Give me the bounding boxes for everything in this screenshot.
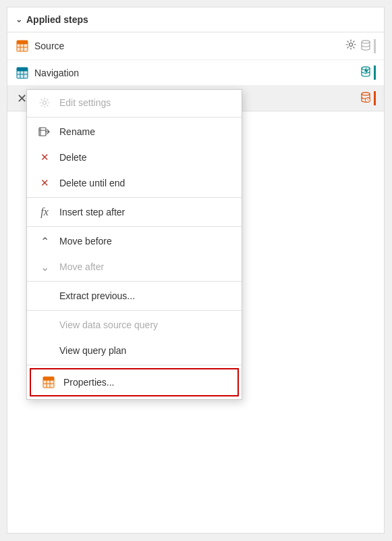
ctx-move-before[interactable]: ⌃ Move before — [27, 228, 242, 254]
ctx-fx-icon: fx — [38, 205, 51, 219]
ctx-chevron-up-icon: ⌃ — [38, 234, 51, 248]
ctx-properties[interactable]: Properties... — [30, 368, 239, 396]
ctx-delete-icon: ✕ — [38, 151, 51, 164]
ctx-rename-label: Rename — [59, 126, 95, 137]
navigation-label: Navigation — [34, 68, 355, 78]
ctx-view-data-source-query[interactable]: View data source query — [27, 312, 242, 338]
ctx-sep-1 — [27, 117, 242, 118]
ctx-insert-step-after-label: Insert step after — [59, 207, 125, 217]
steps-list: Source — [7, 32, 384, 111]
svg-rect-31 — [43, 377, 54, 380]
step-navigation[interactable]: Navigation — [7, 60, 384, 86]
svg-point-7 — [349, 43, 353, 47]
source-actions — [344, 38, 376, 54]
navigation-db-icon — [360, 66, 376, 80]
ctx-view-query-plan[interactable]: View query plan — [27, 338, 242, 363]
ctx-delete-until-end-icon: ✕ — [38, 176, 51, 190]
ctx-properties-label: Properties... — [63, 377, 114, 388]
svg-point-8 — [362, 40, 370, 43]
svg-rect-1 — [17, 41, 28, 44]
source-table-icon — [16, 39, 29, 53]
ctx-delete-label: Delete — [59, 152, 86, 163]
source-label: Source — [34, 41, 339, 51]
ctx-properties-table-icon — [42, 376, 55, 389]
renamed-actions — [360, 91, 376, 105]
renamed-close-icon[interactable]: ✕ — [17, 91, 27, 106]
applied-steps-title: Applied steps — [26, 14, 88, 25]
ctx-extract-icon — [38, 289, 51, 303]
ctx-sep-2 — [27, 197, 242, 198]
source-gear-icon[interactable] — [344, 38, 358, 54]
ctx-view-query-plan-label: View query plan — [59, 345, 126, 356]
ctx-rename[interactable]: Rename — [27, 119, 242, 145]
ctx-delete[interactable]: ✕ Delete — [27, 145, 242, 170]
source-db-icon — [360, 39, 376, 53]
svg-point-24 — [362, 93, 370, 95]
svg-rect-10 — [17, 68, 28, 71]
ctx-sep-4 — [27, 281, 242, 282]
ctx-extract-previous[interactable]: Extract previous... — [27, 283, 242, 309]
ctx-view-datasource-icon — [38, 318, 51, 332]
svg-point-26 — [43, 101, 47, 105]
ctx-sep-5 — [27, 310, 242, 311]
ctx-edit-settings[interactable]: Edit settings — [27, 90, 242, 115]
applied-steps-header: ⌄ Applied steps — [7, 7, 384, 32]
ctx-view-data-source-query-label: View data source query — [59, 319, 158, 330]
ctx-sep-3 — [27, 226, 242, 227]
ctx-extract-previous-label: Extract previous... — [59, 290, 135, 301]
step-source[interactable]: Source — [7, 32, 384, 60]
applied-steps-panel: ⌄ Applied steps Source — [7, 7, 385, 534]
ctx-chevron-down-icon: ⌄ — [38, 260, 51, 274]
ctx-rename-icon — [38, 125, 51, 138]
navigation-actions — [360, 66, 376, 80]
ctx-move-before-label: Move before — [59, 236, 112, 247]
renamed-db-icon — [360, 91, 376, 105]
ctx-view-queryplan-icon — [38, 344, 51, 357]
navigation-table-icon — [16, 66, 29, 80]
ctx-delete-until-end-label: Delete until end — [59, 178, 125, 188]
ctx-move-after[interactable]: ⌄ Move after — [27, 254, 242, 280]
ctx-gear-icon — [38, 96, 51, 109]
ctx-delete-until-end[interactable]: ✕ Delete until end — [27, 170, 242, 196]
chevron-icon: ⌄ — [16, 15, 22, 24]
ctx-move-after-label: Move after — [59, 261, 104, 272]
ctx-insert-step-after[interactable]: fx Insert step after — [27, 199, 242, 225]
context-menu: Edit settings Rename ✕ Delete — [26, 89, 242, 400]
ctx-edit-settings-label: Edit settings — [59, 97, 111, 108]
ctx-sep-6 — [27, 365, 242, 365]
